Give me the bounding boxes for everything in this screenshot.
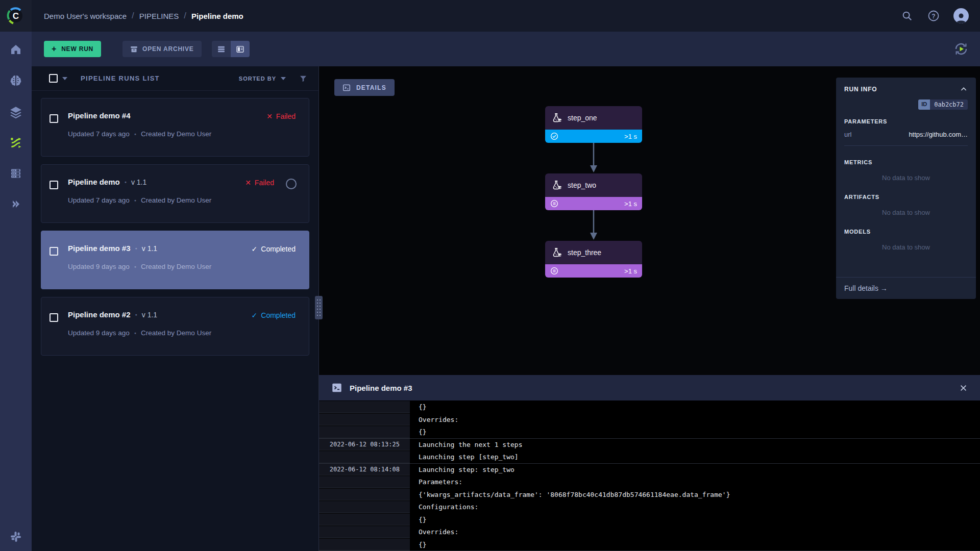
step-name: step_one [568,114,597,122]
archive-icon [130,45,138,53]
pipeline-step-node[interactable]: step_two >1 s [545,173,642,210]
help-icon[interactable]: ? [927,9,940,22]
pipeline-step-node[interactable]: step_three >1 s [545,241,642,278]
breadcrumb-pipelines[interactable]: PIPELINES [139,12,179,20]
sidebar-item-workers-queues[interactable] [0,162,32,185]
pipeline-run-card[interactable]: Pipeline demo ● v 1.1 ✕ Failed Updated 7… [41,164,309,223]
sidebar-item-projects[interactable] [0,69,32,92]
run-checkbox[interactable] [50,181,58,189]
home-icon [10,43,22,56]
breadcrumb-workspace[interactable]: Demo User's workspace [44,12,127,20]
console-log: {} Overrides: {} 2022-06-12 08:13:25 Lau… [319,400,980,551]
sidebar-item-expand[interactable] [0,193,32,215]
step-duration: >1 s [624,200,637,208]
log-timestamp [319,426,410,438]
full-details-link[interactable]: Full details → [836,277,976,299]
run-version: v 1.1 [142,311,157,319]
parameter-key: url [844,131,851,138]
run-checkbox[interactable] [50,114,58,123]
run-checkbox[interactable] [50,247,58,256]
plus-icon: + [52,44,57,54]
separator-dot: ● [134,132,136,136]
table-view-icon [217,45,226,54]
status-icon: ✓ [252,245,258,253]
status-icon: ✕ [266,112,273,120]
pipeline-run-card[interactable]: Pipeline demo #2 ● v 1.1 ✓ Completed Upd… [41,297,309,356]
select-all-caret-icon[interactable] [62,77,67,80]
table-view-button[interactable] [212,41,231,57]
refresh-icon [953,41,969,57]
run-status-badge: ✕ Failed [245,179,274,187]
lines-circle-icon [550,199,558,208]
step-duration: >1 s [624,267,637,275]
brain-icon [9,74,22,87]
run-state-ring-icon[interactable] [286,179,297,189]
log-row: {} [319,513,980,526]
step-name: step_two [568,181,596,189]
new-run-button[interactable]: + NEW RUN [44,41,101,57]
sidebar-item-pipelines[interactable] [0,132,32,154]
parameter-row[interactable]: url https://github.com… [844,131,968,138]
close-icon[interactable] [959,384,968,392]
pipeline-graph-canvas[interactable]: DETAILS step_one >1 s [319,66,980,375]
check-circle-icon [550,132,558,140]
sidebar-item-datasets[interactable] [0,101,32,123]
models-section-title: MODELS [844,229,968,235]
run-version: v 1.1 [131,178,146,186]
log-row: 2022-06-12 08:13:25 Launching the next 1… [319,438,980,451]
pipeline-step-node[interactable]: step_one >1 s [545,106,642,143]
auto-refresh-button[interactable] [953,41,969,57]
runs-panel-header: PIPELINE RUNS LIST SORTED BY [32,66,318,91]
run-info-panel: RUN INFO ID 0ab2cb72 PARAMETERS url http… [836,78,976,299]
log-timestamp: 2022-06-12 08:13:25 [319,439,410,451]
log-row: Configurations: [319,500,980,513]
parameters-section-title: PARAMETERS [844,118,968,124]
breadcrumb-current: Pipeline demo [191,12,243,20]
new-run-label: NEW RUN [61,45,93,53]
workers-icon [10,167,22,180]
pipeline-run-card[interactable]: Pipeline demo #4 ✕ Failed Updated 7 days… [41,98,309,157]
run-id-badge[interactable]: ID 0ab2cb72 [918,99,968,110]
status-icon: ✓ [252,311,258,319]
details-button[interactable]: DETAILS [334,79,395,96]
select-all-checkbox[interactable] [49,74,58,83]
open-archive-button[interactable]: OPEN ARCHIVE [122,41,202,57]
run-title: Pipeline demo #4 [68,111,131,120]
toolbar: + NEW RUN OPEN ARCHIVE [32,32,980,66]
log-message: Launching the next 1 steps [410,439,980,451]
split-view-button[interactable] [231,41,250,57]
pipeline-run-card[interactable]: Pipeline demo #3 ● v 1.1 ✓ Completed Upd… [41,231,309,289]
run-info-title: RUN INFO [844,86,877,93]
log-row: {} [319,538,980,551]
flask-icon [551,180,562,190]
log-timestamp [319,526,410,538]
search-icon[interactable] [900,9,914,22]
run-status-badge: ✓ Completed [252,311,296,319]
sidebar-item-home[interactable] [0,38,32,61]
avatar[interactable] [953,8,969,23]
collapse-chevron-up-icon[interactable] [960,85,968,93]
id-label: ID [918,99,930,110]
run-title: Pipeline demo #2 [68,310,131,319]
log-message: Overrides: [410,414,980,426]
details-label: DETAILS [356,84,386,91]
panel-resize-handle[interactable] [315,296,323,319]
log-row: {} [319,425,980,438]
flask-icon [551,113,562,123]
breadcrumb: Demo User's workspace / PIPELINES / Pipe… [44,11,243,21]
sidebar-item-slack[interactable] [0,525,32,548]
edge-arrow [589,210,599,241]
sorted-by-dropdown[interactable]: SORTED BY [239,76,286,82]
run-checkbox[interactable] [50,313,58,322]
clearml-logo[interactable]: C [0,0,32,32]
log-timestamp [319,539,410,551]
log-timestamp: 2022-06-12 08:14:08 [319,464,410,476]
run-created-by: Created by Demo User [141,329,211,337]
separator-dot: ● [134,265,136,268]
grip-dots-icon [316,298,321,317]
status-label: Failed [255,179,274,187]
separator-dot: ● [135,246,137,250]
artifacts-section-title: ARTIFACTS [844,194,968,200]
console-panel: Pipeline demo #3 {} Overrides: {} 2022-0… [319,375,980,551]
filter-icon[interactable] [299,74,307,83]
